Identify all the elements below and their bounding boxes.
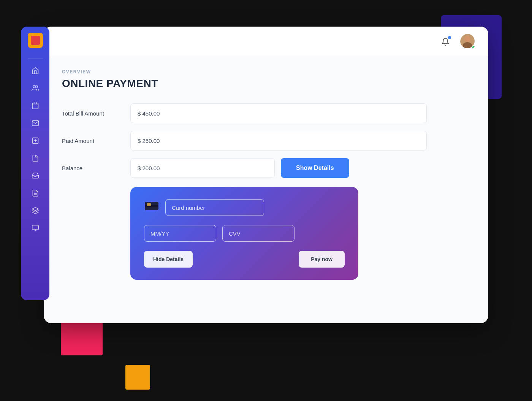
sidebar-item-add[interactable] xyxy=(28,133,43,148)
sidebar-item-home[interactable] xyxy=(28,63,43,78)
calendar-icon xyxy=(32,102,39,109)
notification-button[interactable] xyxy=(438,35,453,49)
content-area: OVERVIEW ONLINE PAYMENT Total Bill Amoun… xyxy=(44,57,488,323)
monitor-icon xyxy=(32,224,39,232)
sidebar-divider-1 xyxy=(28,59,43,59)
online-status-dot xyxy=(472,45,476,49)
home-icon xyxy=(32,67,39,74)
total-bill-row: Total Bill Amount xyxy=(62,103,470,123)
total-bill-input[interactable] xyxy=(130,103,427,123)
cvv-input[interactable] xyxy=(222,225,294,242)
svg-rect-1 xyxy=(32,103,38,109)
page-title: ONLINE PAYMENT xyxy=(62,78,470,90)
credit-card-icon xyxy=(144,200,159,212)
card-middle-row xyxy=(144,225,345,242)
payment-card: Hide Details Pay now xyxy=(130,187,358,280)
logo-inner xyxy=(31,36,40,45)
file-icon xyxy=(32,154,39,162)
notification-dot xyxy=(448,36,451,39)
card-top-row xyxy=(144,199,345,216)
svg-point-0 xyxy=(33,86,36,88)
sidebar-item-inbox[interactable] xyxy=(28,168,43,183)
sidebar-item-mail[interactable] xyxy=(28,116,43,130)
sidebar-item-users[interactable] xyxy=(28,81,43,95)
paid-amount-row: Paid Amount xyxy=(62,131,470,151)
bg-decoration-orange xyxy=(125,365,150,390)
paid-amount-label: Paid Amount xyxy=(62,138,130,144)
hide-details-button[interactable]: Hide Details xyxy=(144,251,193,268)
sidebar-item-calendar[interactable] xyxy=(28,98,43,113)
show-details-button[interactable]: Show Details xyxy=(281,158,349,178)
header-actions xyxy=(438,34,476,50)
sidebar-item-document[interactable] xyxy=(28,186,43,200)
svg-rect-11 xyxy=(32,225,38,230)
total-bill-label: Total Bill Amount xyxy=(62,110,130,117)
expiry-input[interactable] xyxy=(144,225,216,242)
sidebar-item-layers[interactable] xyxy=(28,203,43,218)
card-number-input[interactable] xyxy=(165,199,264,216)
sidebar xyxy=(21,27,49,300)
svg-marker-10 xyxy=(32,208,38,211)
balance-row: Balance Show Details xyxy=(62,158,470,178)
main-window: OVERVIEW ONLINE PAYMENT Total Bill Amoun… xyxy=(44,27,488,323)
header xyxy=(44,27,488,57)
sidebar-item-monitor[interactable] xyxy=(28,221,43,235)
breadcrumb: OVERVIEW xyxy=(62,69,470,74)
paid-amount-input[interactable] xyxy=(130,131,427,151)
sidebar-item-file[interactable] xyxy=(28,151,43,165)
sidebar-logo xyxy=(28,33,43,48)
layers-icon xyxy=(32,207,39,214)
balance-input[interactable] xyxy=(130,158,275,178)
svg-rect-15 xyxy=(145,205,158,207)
inbox-icon xyxy=(32,172,39,179)
mail-icon xyxy=(32,119,39,127)
card-bottom-row: Hide Details Pay now xyxy=(144,251,345,268)
avatar[interactable] xyxy=(460,34,476,50)
file-text-icon xyxy=(32,189,39,197)
plus-square-icon xyxy=(32,137,39,144)
balance-label: Balance xyxy=(62,165,130,171)
card-chip-icon xyxy=(144,200,159,215)
pay-now-button[interactable]: Pay now xyxy=(299,251,345,268)
users-icon xyxy=(32,84,39,92)
